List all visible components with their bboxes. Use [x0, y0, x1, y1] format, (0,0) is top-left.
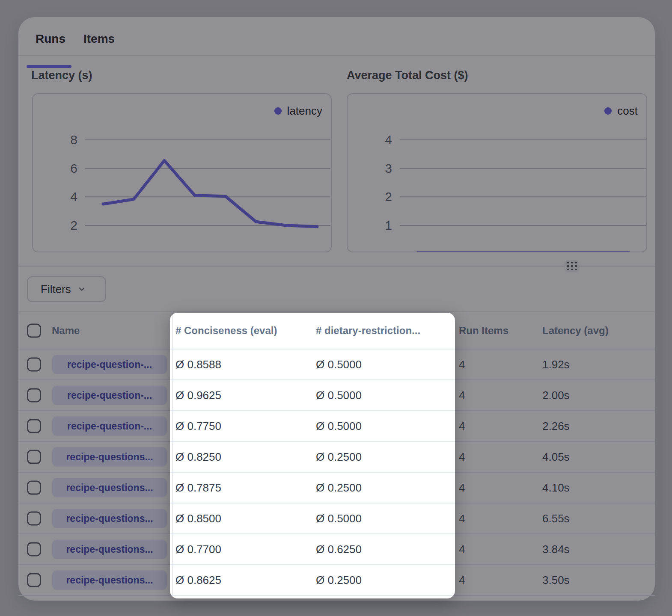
- y-axis-tick-label: 1: [385, 218, 392, 232]
- column-header-conciseness: # Conciseness (eval): [175, 325, 277, 337]
- table-row[interactable]: recipe-questions...Ø 0.7700Ø 0.625043.84…: [18, 534, 655, 565]
- active-tab-underline: [27, 65, 71, 68]
- tab-items[interactable]: Items: [83, 32, 115, 46]
- table-row[interactable]: recipe-questions...Ø 0.8250Ø 0.250044.05…: [18, 442, 655, 473]
- conciseness-score-cell: Ø 0.9625: [175, 389, 221, 402]
- latency-legend: latency: [274, 104, 322, 118]
- row-checkbox[interactable]: [27, 450, 41, 464]
- latency-avg-cell: 2.00s: [542, 389, 570, 402]
- latency-avg-cell: 4.05s: [542, 450, 570, 464]
- latency-avg-cell: 1.92s: [542, 358, 570, 371]
- dietary-restriction-score-cell: Ø 0.2500: [316, 450, 362, 464]
- y-axis-tick-label: 2: [385, 190, 392, 204]
- dietary-restriction-score-cell: Ø 0.5000: [316, 512, 362, 525]
- section-divider: [18, 266, 655, 267]
- cost-line-chart: 4321: [348, 94, 647, 252]
- latency-series-line: [103, 160, 317, 226]
- latency-avg-cell: 4.10s: [542, 481, 570, 495]
- chevron-down-icon: [77, 285, 86, 293]
- latency-avg-cell: 3.50s: [542, 574, 570, 587]
- latency-avg-cell: 2.26s: [542, 420, 570, 433]
- run-name-badge[interactable]: recipe-questions...: [52, 478, 167, 498]
- run-name-badge[interactable]: recipe-questions...: [52, 447, 167, 467]
- y-axis-tick-label: 4: [70, 190, 77, 204]
- run-name-badge[interactable]: recipe-questions...: [52, 509, 167, 528]
- cost-chart-title: Average Total Cost ($): [347, 69, 468, 82]
- table-row[interactable]: recipe-questions...Ø 0.7875Ø 0.250044.10…: [18, 473, 655, 503]
- table-row[interactable]: recipe-questions...Ø 0.8500Ø 0.500046.55…: [18, 503, 655, 534]
- resize-drag-handle[interactable]: [565, 260, 579, 272]
- row-checkbox[interactable]: [27, 358, 41, 372]
- y-axis-tick-label: 6: [70, 161, 77, 175]
- dietary-restriction-score-cell: Ø 0.5000: [316, 420, 362, 433]
- conciseness-score-cell: Ø 0.8588: [175, 358, 221, 371]
- conciseness-score-cell: Ø 0.7700: [175, 543, 221, 556]
- column-header-latency-avg: Latency (avg): [542, 325, 609, 337]
- row-checkbox[interactable]: [27, 481, 41, 495]
- drag-dots-icon: [566, 262, 578, 270]
- dietary-restriction-score-cell: Ø 0.2500: [316, 574, 362, 587]
- row-checkbox[interactable]: [27, 573, 41, 587]
- dietary-restriction-score-cell: Ø 0.5000: [316, 389, 362, 402]
- run-items-cell: 4: [459, 450, 465, 464]
- dietary-restriction-score-cell: Ø 0.2500: [316, 481, 362, 495]
- table-row[interactable]: recipe-question-...Ø 0.7750Ø 0.500042.26…: [18, 411, 655, 442]
- y-axis-tick-label: 3: [385, 161, 392, 175]
- run-items-cell: 4: [459, 420, 465, 433]
- row-checkbox[interactable]: [27, 419, 41, 433]
- cost-legend-dot-icon: [604, 107, 612, 115]
- table-header-row: Name # Conciseness (eval) # dietary-rest…: [18, 312, 655, 349]
- run-items-cell: 4: [459, 512, 465, 525]
- y-axis-tick-label: 2: [70, 218, 77, 232]
- row-checkbox[interactable]: [27, 542, 41, 557]
- run-items-cell: 4: [459, 481, 465, 495]
- column-header-dietary-restriction: # dietary-restriction...: [316, 325, 420, 337]
- latency-legend-dot-icon: [274, 107, 282, 115]
- y-axis-tick-label: 4: [385, 133, 392, 147]
- run-name-badge[interactable]: recipe-questions...: [52, 571, 167, 590]
- run-items-cell: 4: [459, 389, 465, 402]
- table-row[interactable]: recipe-questions...Ø 0.8625Ø 0.250043.50…: [18, 565, 655, 596]
- column-header-name: Name: [52, 325, 80, 337]
- cost-legend-label: cost: [617, 104, 638, 118]
- tab-runs[interactable]: Runs: [36, 32, 65, 46]
- cost-chart-panel: 4321 cost: [347, 93, 647, 252]
- conciseness-score-cell: Ø 0.8500: [175, 512, 221, 525]
- conciseness-score-cell: Ø 0.7875: [175, 481, 221, 495]
- run-items-cell: 4: [459, 358, 465, 371]
- dietary-restriction-score-cell: Ø 0.5000: [316, 358, 362, 371]
- table-body: recipe-question-...Ø 0.8588Ø 0.500041.92…: [18, 349, 655, 596]
- latency-avg-cell: 6.55s: [542, 512, 570, 525]
- row-checkbox[interactable]: [27, 512, 41, 526]
- cost-legend: cost: [604, 104, 638, 118]
- run-name-badge[interactable]: recipe-questions...: [52, 540, 167, 559]
- run-items-cell: 4: [459, 574, 465, 587]
- run-name-badge[interactable]: recipe-question-...: [52, 386, 167, 405]
- select-all-checkbox[interactable]: [27, 323, 41, 338]
- latency-legend-label: latency: [287, 104, 322, 118]
- latency-chart-panel: 8642 latency: [32, 93, 332, 252]
- table-row[interactable]: recipe-question-...Ø 0.8588Ø 0.500041.92…: [18, 349, 655, 380]
- dietary-restriction-score-cell: Ø 0.6250: [316, 543, 362, 556]
- run-items-cell: 4: [459, 543, 465, 556]
- conciseness-score-cell: Ø 0.8250: [175, 450, 221, 464]
- conciseness-score-cell: Ø 0.7750: [175, 420, 221, 433]
- tab-bar: Runs Items: [36, 32, 115, 46]
- tabs-divider: [18, 55, 655, 56]
- latency-chart-title: Latency (s): [31, 69, 92, 82]
- latency-avg-cell: 3.84s: [542, 543, 570, 556]
- conciseness-score-cell: Ø 0.8625: [175, 574, 221, 587]
- filters-button[interactable]: Filters: [27, 276, 106, 302]
- latency-line-chart: 8642: [33, 94, 331, 252]
- runs-table: Name # Conciseness (eval) # dietary-rest…: [18, 311, 655, 596]
- row-checkbox[interactable]: [27, 388, 41, 403]
- column-header-run-items: Run Items: [459, 325, 508, 337]
- run-name-badge[interactable]: recipe-question-...: [52, 417, 167, 436]
- table-row[interactable]: recipe-question-...Ø 0.9625Ø 0.500042.00…: [18, 380, 655, 411]
- run-name-badge[interactable]: recipe-question-...: [52, 355, 167, 374]
- y-axis-tick-label: 8: [70, 133, 77, 147]
- runs-dashboard-card: Runs Items Latency (s) Average Total Cos…: [18, 17, 655, 601]
- filters-button-label: Filters: [41, 283, 71, 296]
